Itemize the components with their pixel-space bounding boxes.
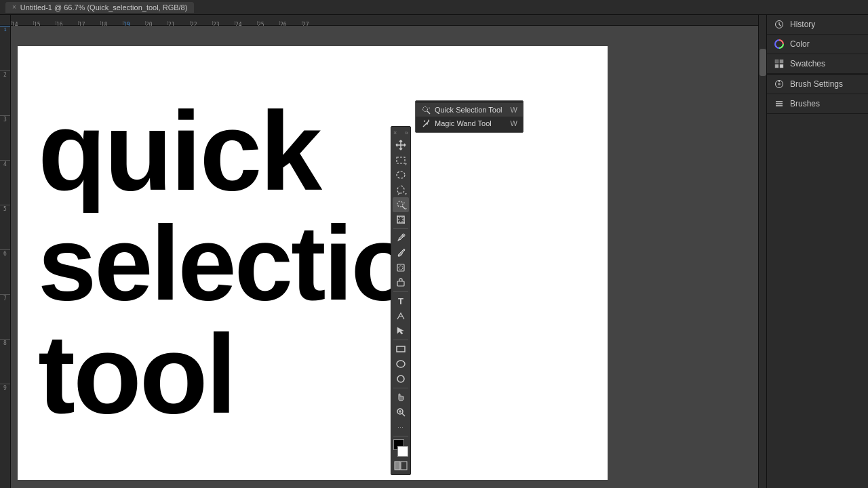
- svg-rect-25: [775, 64, 778, 68]
- tool-rect-marquee[interactable]: [393, 152, 409, 167]
- quick-selection-icon: [421, 105, 431, 115]
- ruler-tick: 22: [190, 21, 212, 25]
- brushes-label: Brushes: [790, 99, 820, 108]
- ruler-v-tick: 5: [0, 205, 10, 249]
- color-swatch-display[interactable]: [392, 439, 410, 457]
- tool-stamp[interactable]: [393, 275, 409, 290]
- more-icon: ···: [397, 424, 404, 430]
- panel-item-brushes[interactable]: Brushes: [767, 94, 868, 114]
- svg-rect-4: [399, 218, 403, 222]
- svg-point-1: [397, 171, 405, 178]
- artwork-line2: Selectio: [38, 211, 587, 316]
- panel-item-color[interactable]: Color: [767, 35, 868, 54]
- ruler-tick: 18: [100, 21, 123, 25]
- right-panel: History Color Swatches Brush Settings B: [766, 15, 868, 488]
- svg-rect-24: [780, 60, 783, 63]
- canvas-container: 14 15 16 17 18 19 20 21 22 23 24 25 26 2…: [0, 15, 766, 488]
- tool-quick-selection[interactable]: [393, 197, 409, 212]
- document-tab[interactable]: × Untitled-1 @ 66.7% (Quick_selection_to…: [5, 2, 194, 13]
- ruler-tick: 24: [235, 21, 257, 25]
- magic-wand-shortcut: W: [511, 119, 517, 127]
- tool-zoom[interactable]: [393, 405, 409, 420]
- tool-heal[interactable]: [393, 260, 409, 275]
- svg-rect-9: [397, 346, 405, 352]
- ruler-v-tick: 9: [0, 384, 10, 428]
- document-title: Untitled-1 @ 66.7% (Quick_selection_tool…: [20, 3, 188, 12]
- tool-ellipse-shape[interactable]: [393, 357, 409, 371]
- ruler-tick: 26: [279, 21, 302, 25]
- magic-wand-label: Magic Wand Tool: [435, 119, 492, 127]
- swatches-label: Swatches: [790, 59, 825, 68]
- ruler-tick: 19: [123, 21, 145, 25]
- background-color[interactable]: [397, 446, 408, 457]
- close-panel-icon[interactable]: ×: [393, 129, 397, 136]
- swatches-icon: [774, 58, 785, 69]
- tool-lasso[interactable]: [393, 182, 409, 197]
- svg-rect-0: [397, 157, 405, 163]
- ruler-tick: 14: [11, 21, 33, 25]
- type-icon-label: T: [398, 296, 403, 306]
- ruler-v-tick: 4: [0, 160, 10, 205]
- tool-brush[interactable]: [393, 245, 409, 260]
- tool-crop[interactable]: [393, 212, 409, 227]
- svg-line-20: [423, 121, 429, 127]
- ruler-corner: [0, 15, 11, 26]
- tools-panel-header[interactable]: × »: [391, 128, 410, 138]
- ruler-tick: 16: [56, 21, 78, 25]
- tool-quick-mask[interactable]: [393, 458, 409, 473]
- tools-divider-5: [393, 436, 408, 436]
- tool-hand[interactable]: [393, 390, 409, 405]
- ruler-tick: 17: [78, 21, 100, 25]
- ruler-v-tick: 8: [0, 339, 10, 384]
- scrollbar-thumb[interactable]: [760, 49, 766, 76]
- canvas-scroll[interactable]: Quick Selectio tool × »: [11, 26, 766, 488]
- ruler-v-tick: 7: [0, 294, 10, 339]
- tools-divider-2: [393, 291, 408, 292]
- vertical-scrollbar[interactable]: [758, 26, 766, 488]
- tool-direct-select[interactable]: [393, 323, 409, 338]
- tool-eyedropper[interactable]: [393, 230, 409, 245]
- ruler-tick: 15: [33, 21, 56, 25]
- svg-point-7: [399, 266, 403, 270]
- tool-move[interactable]: [393, 138, 409, 152]
- tooltip-magic-wand[interactable]: Magic Wand Tool W: [416, 117, 523, 130]
- tool-polygon[interactable]: [393, 371, 409, 386]
- title-bar: × Untitled-1 @ 66.7% (Quick_selection_to…: [0, 0, 868, 15]
- ruler-v-tick: 1: [0, 26, 10, 70]
- ruler-tick: 20: [145, 21, 167, 25]
- svg-point-18: [422, 106, 427, 111]
- tool-pen[interactable]: [393, 308, 409, 323]
- svg-rect-8: [397, 281, 404, 286]
- svg-point-28: [778, 83, 781, 85]
- magic-wand-icon: [421, 119, 431, 128]
- tools-divider: [393, 228, 408, 229]
- color-icon: [774, 39, 785, 49]
- panel-item-brush-settings[interactable]: Brush Settings: [767, 75, 868, 94]
- brushes-icon: [774, 98, 785, 109]
- tool-more[interactable]: ···: [393, 420, 409, 434]
- expand-panel-icon[interactable]: »: [405, 129, 408, 136]
- main-area: 14 15 16 17 18 19 20 21 22 23 24 25 26 2…: [0, 15, 868, 488]
- panel-item-swatches[interactable]: Swatches: [767, 54, 868, 74]
- svg-point-2: [397, 201, 403, 207]
- ruler-tick: 27: [302, 21, 324, 25]
- artwork-text: Quick Selectio tool: [18, 79, 608, 447]
- quick-selection-tooltip: Quick Selection Tool W Magic Wand Tool W: [415, 100, 524, 133]
- svg-point-10: [397, 361, 405, 367]
- ruler-v-tick: 3: [0, 115, 10, 160]
- panel-item-history[interactable]: History: [767, 15, 868, 35]
- tools-divider-3: [393, 340, 408, 340]
- tool-ellipse-marquee[interactable]: [393, 167, 409, 182]
- color-label: Color: [790, 39, 810, 49]
- svg-line-3: [402, 206, 405, 209]
- tooltip-quick-selection[interactable]: Quick Selection Tool W: [416, 103, 523, 117]
- svg-line-19: [427, 111, 430, 114]
- history-icon: [774, 19, 785, 30]
- quick-selection-shortcut: W: [511, 106, 517, 114]
- close-tab-button[interactable]: ×: [12, 3, 16, 11]
- brush-settings-label: Brush Settings: [790, 79, 843, 89]
- ruler-vertical: 1 2 3 4 5 6 7 8 9: [0, 26, 11, 488]
- tool-type[interactable]: T: [393, 293, 409, 308]
- svg-point-11: [397, 375, 404, 382]
- tool-rect-shape[interactable]: [393, 342, 409, 357]
